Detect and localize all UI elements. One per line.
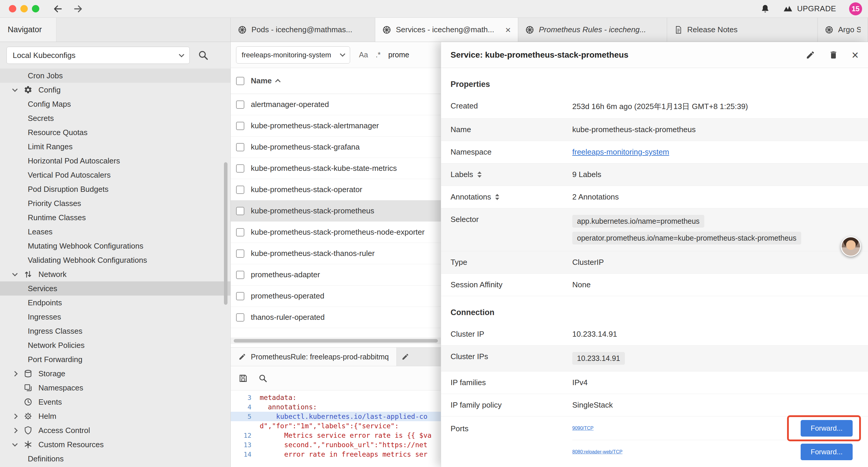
table-row[interactable]: kube-prometheus-stack-grafana — [231, 137, 441, 158]
select-all-checkbox[interactable] — [236, 77, 244, 85]
sidebar-item-validating-webhook-configurations[interactable]: Validating Webhook Configurations — [0, 253, 230, 267]
row-label: Cluster IPs — [451, 346, 572, 368]
tab-argo[interactable]: Argo S — [818, 18, 868, 42]
port-link[interactable]: 8080:reloader-web/TCP — [572, 449, 622, 455]
sidebar-item-cron-jobs[interactable]: Cron Jobs — [0, 68, 230, 83]
table-row[interactable]: kube-prometheus-stack-thanos-ruler — [231, 243, 441, 264]
sidebar-item-endpoints[interactable]: Endpoints — [0, 296, 230, 310]
sidebar-item-leases[interactable]: Leases — [0, 225, 230, 239]
sidebar-item-port-forwarding[interactable]: Port Forwarding — [0, 352, 230, 367]
sidebar-item-vertical-pod-autoscalers[interactable]: Vertical Pod Autoscalers — [0, 168, 230, 182]
search-input[interactable]: Aa .* prome — [359, 51, 409, 59]
row-checkbox[interactable] — [236, 207, 244, 215]
row-checkbox[interactable] — [236, 292, 244, 300]
sidebar-item-priority-classes[interactable]: Priority Classes — [0, 196, 230, 210]
kubeconfig-select[interactable]: Local Kubeconfigs — [6, 47, 190, 64]
upgrade-button[interactable]: UPGRADE — [783, 4, 836, 14]
sidebar-item-network[interactable]: Network — [0, 267, 230, 282]
row-checkbox[interactable] — [236, 250, 244, 258]
sidebar-item-resource-quotas[interactable]: Resource Quotas — [0, 125, 230, 140]
sidebar-item-events[interactable]: Events — [0, 395, 230, 409]
notification-badge[interactable]: 15 — [849, 2, 862, 16]
sidebar-item-network-policies[interactable]: Network Policies — [0, 338, 230, 352]
sidebar-scrollbar[interactable] — [224, 162, 227, 305]
table-row[interactable]: prometheus-adapter — [231, 264, 441, 286]
row-value[interactable]: 9 Labels — [572, 170, 859, 179]
row-checkbox[interactable] — [236, 122, 244, 130]
sidebar-item-access-control[interactable]: Access Control — [0, 423, 230, 437]
kubernetes-icon — [238, 25, 247, 34]
row-checkbox[interactable] — [236, 313, 244, 322]
search-icon[interactable] — [258, 374, 267, 383]
close-window-button[interactable] — [9, 5, 16, 12]
sidebar-item-helm[interactable]: Helm — [0, 409, 230, 423]
zoom-window-button[interactable] — [32, 5, 39, 12]
sidebar-item-runtime-classes[interactable]: Runtime Classes — [0, 210, 230, 225]
table-row[interactable]: kube-prometheus-stack-kube-state-metrics — [231, 158, 441, 179]
horizontal-scrollbar-thumb[interactable] — [234, 339, 438, 343]
avatar[interactable] — [841, 236, 861, 257]
sidebar-item-config[interactable]: Config — [0, 83, 230, 97]
row-value[interactable]: 2 Annotations — [572, 193, 859, 202]
search-icon[interactable] — [198, 50, 209, 61]
back-icon[interactable] — [53, 4, 63, 14]
dock-tab-prometheusrule[interactable]: PrometheusRule: freeleaps-prod-rabbitmq — [231, 348, 397, 366]
close-tab-icon[interactable]: × — [501, 25, 511, 35]
sidebar-item-custom-resources[interactable]: Custom Resources — [0, 437, 230, 451]
namespace-select[interactable]: freeleaps-monitoring-system — [236, 47, 350, 63]
expand-collapse-icon[interactable] — [477, 171, 482, 178]
sidebar-item-config-maps[interactable]: Config Maps — [0, 97, 230, 111]
expand-collapse-icon[interactable] — [495, 194, 499, 200]
row-checkbox[interactable] — [236, 185, 244, 194]
table-row[interactable]: alertmanager-operated — [231, 94, 441, 115]
minimize-window-button[interactable] — [20, 5, 28, 12]
kubeconfig-select-value: Local Kubeconfigs — [13, 51, 75, 60]
table-row[interactable]: prometheus-operated — [231, 286, 441, 307]
close-icon[interactable]: × — [852, 49, 859, 61]
row-checkbox[interactable] — [236, 228, 244, 236]
sidebar-item-storage[interactable]: Storage — [0, 367, 230, 381]
tab-prometheus-rules[interactable]: Prometheus Rules - icecheng... — [518, 18, 667, 42]
table-row[interactable]: kube-prometheus-stack-operator — [231, 179, 441, 200]
tab-release-notes[interactable]: Release Notes — [667, 18, 818, 42]
sidebar-item-pod-disruption-budgets[interactable]: Pod Disruption Budgets — [0, 182, 230, 196]
namespace-link[interactable]: freeleaps-monitoring-system — [572, 147, 859, 157]
tab-services[interactable]: Services - icecheng@math... × — [375, 18, 518, 42]
sidebar-item-ingress-classes[interactable]: Ingress Classes — [0, 324, 230, 338]
sidebar-item-limit-ranges[interactable]: Limit Ranges — [0, 140, 230, 154]
table-row-selected[interactable]: kube-prometheus-stack-prometheus — [231, 200, 441, 222]
row-checkbox[interactable] — [236, 100, 244, 109]
forward-button[interactable]: Forward... — [801, 444, 852, 460]
sidebar-item-mutating-webhook-configurations[interactable]: Mutating Webhook Configurations — [0, 239, 230, 253]
chevron-right-icon — [13, 414, 24, 418]
column-header-name[interactable]: Name — [251, 76, 280, 85]
port-link[interactable]: 9090/TCP — [572, 426, 593, 431]
row-checkbox[interactable] — [236, 164, 244, 173]
yaml-editor[interactable]: 3metadata: 4 annotations: 5 kubectl.kube… — [231, 390, 441, 467]
forward-button[interactable]: Forward... — [801, 420, 852, 437]
row-checkbox[interactable] — [236, 271, 244, 279]
sidebar-item-label: Ingresses — [28, 313, 61, 322]
sort-asc-icon — [275, 79, 280, 84]
row-checkbox[interactable] — [236, 143, 244, 151]
trash-icon[interactable] — [829, 50, 838, 60]
forward-icon[interactable] — [73, 4, 83, 14]
sidebar-item-services[interactable]: Services — [0, 282, 230, 296]
save-icon[interactable] — [239, 374, 248, 383]
sidebar-item-secrets[interactable]: Secrets — [0, 111, 230, 125]
sidebar-item-definitions[interactable]: Definitions — [0, 451, 230, 466]
table-row[interactable]: kube-prometheus-stack-alertmanager — [231, 115, 441, 137]
table-row[interactable]: thanos-ruler-operated — [231, 307, 441, 328]
match-case-toggle[interactable]: Aa — [359, 51, 368, 59]
table-row[interactable]: kube-prometheus-stack-prometheus-node-ex… — [231, 222, 441, 243]
chevron-down-icon — [13, 443, 24, 447]
dock-tab-partial[interactable] — [397, 348, 441, 366]
sidebar-item-horizontal-pod-autoscalers[interactable]: Horizontal Pod Autoscalers — [0, 154, 230, 168]
bell-icon[interactable] — [761, 4, 770, 13]
sidebar-item-ingresses[interactable]: Ingresses — [0, 310, 230, 324]
navigator-panel-tab[interactable]: Navigator — [0, 18, 56, 42]
regex-toggle[interactable]: .* — [376, 51, 381, 59]
sidebar-item-namespaces[interactable]: Namespaces — [0, 381, 230, 395]
tab-pods[interactable]: Pods - icecheng@mathmas... — [231, 18, 375, 42]
pencil-icon[interactable] — [806, 50, 815, 60]
